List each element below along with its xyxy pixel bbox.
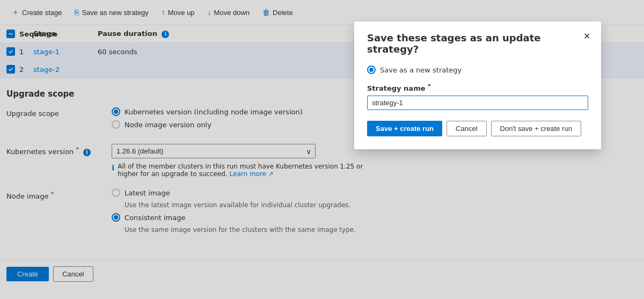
modal-close-button[interactable]: ✕: [581, 29, 592, 43]
save-create-run-button[interactable]: Save + create run: [367, 121, 442, 136]
modal-radio-save-as-strategy[interactable]: Save as a new strategy: [367, 65, 588, 74]
modal-title: Save these stages as an update strategy?: [367, 32, 588, 55]
modal-radio-circle: [367, 65, 376, 74]
modal-field-label: Strategy name *: [367, 83, 588, 92]
save-strategy-modal: ✕ Save these stages as an update strateg…: [354, 21, 601, 149]
modal-cancel-button[interactable]: Cancel: [447, 121, 486, 136]
modal-actions: Save + create run Cancel Don't save + cr…: [367, 121, 588, 136]
strategy-name-input[interactable]: [367, 96, 588, 110]
dont-save-create-run-button[interactable]: Don't save + create run: [491, 121, 581, 136]
modal-overlay: ✕ Save these stages as an update strateg…: [0, 0, 644, 299]
